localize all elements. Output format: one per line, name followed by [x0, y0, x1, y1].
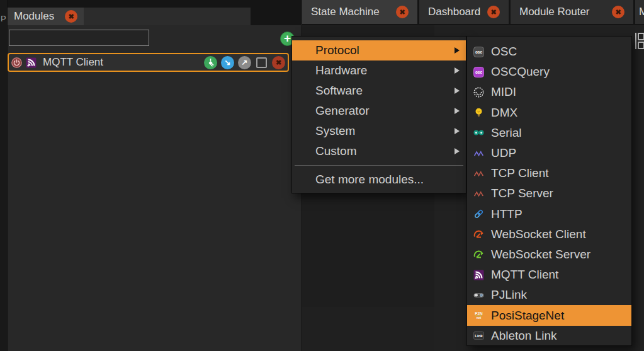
tab-dashboard[interactable]: Dashboard — [419, 0, 509, 24]
modules-panel-body: MQTT Client — [8, 25, 301, 351]
osc-icon: osc — [473, 47, 484, 57]
submenu-item-websocket-server[interactable]: WebSocket Server — [467, 245, 631, 265]
submenu-item-websocket-client[interactable]: WebSocket Client — [467, 224, 631, 245]
oscquery-icon: osc — [473, 67, 484, 78]
tab-module-router[interactable]: Module Router — [511, 0, 633, 24]
main-tabbar: State Machine Dashboard Module Router M — [302, 0, 644, 25]
tab-partial[interactable]: M — [635, 0, 644, 24]
submenu-arrow-icon — [455, 128, 460, 134]
submenu-item-label: Serial — [491, 126, 522, 140]
close-icon[interactable] — [396, 6, 409, 18]
connect-plug-icon[interactable] — [204, 56, 217, 69]
submenu-item-label: MIDI — [491, 85, 516, 99]
menu-item-label: Protocol — [315, 43, 359, 57]
tab-state-machine[interactable]: State Machine — [302, 0, 417, 24]
mqtt-icon — [473, 270, 484, 280]
submenu-item-tcp-client[interactable]: TCP Client — [467, 163, 631, 183]
submenu-item-http[interactable]: HTTP — [467, 204, 631, 224]
enable-checkbox[interactable] — [256, 57, 267, 68]
tab-modules[interactable]: Modules — [8, 8, 84, 25]
menu-item-label: Generator — [315, 104, 370, 118]
tab-modules-label: Modules — [14, 10, 54, 23]
submenu-item-label: PJLink — [491, 288, 527, 302]
submenu-item-label: DMX — [491, 106, 517, 120]
tab-label: Module Router — [519, 6, 590, 18]
svg-text:P2N: P2N — [475, 311, 483, 316]
app-window: P Modules — [0, 0, 644, 351]
submenu-item-label: TCP Server — [491, 187, 553, 200]
menu-item-get-more-modules[interactable]: Get more modules... — [292, 169, 466, 190]
protocol-submenu: osc OSC osc OSCQuery MIDI — [466, 36, 632, 346]
submenu-item-label: HTTP — [491, 207, 523, 221]
tcp-icon — [473, 188, 484, 199]
submenu-item-label: UDP — [491, 146, 516, 160]
submenu-item-midi[interactable]: MIDI — [467, 82, 631, 102]
submenu-item-label: WebSocket Client — [491, 227, 586, 241]
menu-item-label: Custom — [315, 144, 356, 158]
submenu-item-label: PosiStageNet — [491, 309, 564, 323]
svg-text:osc: osc — [475, 50, 483, 54]
remove-icon[interactable] — [272, 56, 285, 69]
collapsed-panel-strip[interactable]: P — [0, 0, 8, 351]
menu-item-custom[interactable]: Custom — [292, 141, 466, 161]
dmx-icon — [473, 107, 484, 118]
submenu-item-serial[interactable]: Serial — [467, 123, 631, 143]
module-row-mqtt-client[interactable]: MQTT Client — [8, 53, 289, 72]
submenu-item-tcp-server[interactable]: TCP Server — [467, 183, 631, 204]
modules-panel: Modules MQTT Client — [8, 0, 301, 351]
tab-label: M — [639, 6, 644, 18]
menu-item-label: Software — [315, 84, 363, 98]
midi-icon — [473, 87, 484, 98]
collapsed-panel-fragment: P — [1, 14, 6, 23]
view-subpanel — [302, 307, 434, 351]
submenu-item-label: OSC — [491, 45, 517, 59]
submenu-item-label: Ableton Link — [491, 329, 557, 343]
submenu-item-pjlink[interactable]: PJLink — [467, 285, 631, 305]
menu-item-label: System — [315, 124, 355, 138]
close-icon[interactable] — [612, 6, 624, 18]
tab-label: Dashboard — [428, 6, 480, 18]
menu-separator — [295, 165, 463, 166]
udp-icon — [473, 148, 484, 159]
submenu-arrow-icon — [455, 47, 460, 54]
serial-icon — [473, 127, 484, 138]
menu-item-protocol[interactable]: Protocol — [292, 40, 466, 60]
add-module-menu: Protocol Hardware Software Generator Sys… — [291, 36, 466, 193]
module-search-input[interactable] — [9, 30, 149, 46]
websocket-green-icon — [473, 249, 484, 260]
close-icon[interactable] — [65, 10, 77, 23]
submenu-item-posistagenet[interactable]: P2N net PosiStageNet — [467, 305, 631, 325]
websocket-red-icon — [473, 229, 484, 239]
pjlink-projector-icon — [473, 290, 484, 301]
submenu-item-dmx[interactable]: DMX — [467, 103, 631, 123]
submenu-arrow-icon — [455, 67, 460, 74]
submenu-item-label: TCP Client — [491, 166, 549, 180]
submenu-item-label: WebSocket Server — [491, 248, 590, 262]
tcp-icon — [473, 168, 484, 179]
menu-item-label: Get more modules... — [315, 173, 424, 187]
submenu-item-udp[interactable]: UDP — [467, 143, 631, 163]
menu-item-label: Hardware — [315, 64, 367, 78]
mqtt-icon — [26, 57, 37, 68]
menu-item-hardware[interactable]: Hardware — [292, 60, 466, 81]
submenu-arrow-icon — [455, 88, 460, 94]
submenu-arrow-icon — [455, 108, 460, 114]
menu-item-software[interactable]: Software — [292, 81, 466, 101]
input-activity-icon — [221, 56, 234, 69]
power-icon[interactable] — [11, 57, 22, 68]
submenu-item-label: OSCQuery — [491, 65, 550, 79]
close-icon[interactable] — [487, 6, 500, 18]
submenu-item-mqtt-client[interactable]: MQTT Client — [467, 265, 631, 285]
http-link-icon — [473, 209, 484, 219]
panel-layout-icon[interactable] — [635, 32, 644, 50]
posistagenet-icon: P2N net — [473, 310, 484, 321]
submenu-item-ableton-link[interactable]: Link Ableton Link — [467, 326, 631, 346]
menu-item-system[interactable]: System — [292, 121, 466, 141]
menu-item-generator[interactable]: Generator — [292, 101, 466, 121]
submenu-item-label: MQTT Client — [491, 268, 558, 282]
submenu-item-oscquery[interactable]: osc OSCQuery — [467, 62, 631, 82]
svg-text:osc: osc — [475, 70, 483, 74]
output-activity-icon — [238, 56, 251, 69]
modules-tabstrip: Modules — [8, 8, 251, 25]
submenu-item-osc[interactable]: osc OSC — [467, 42, 631, 62]
